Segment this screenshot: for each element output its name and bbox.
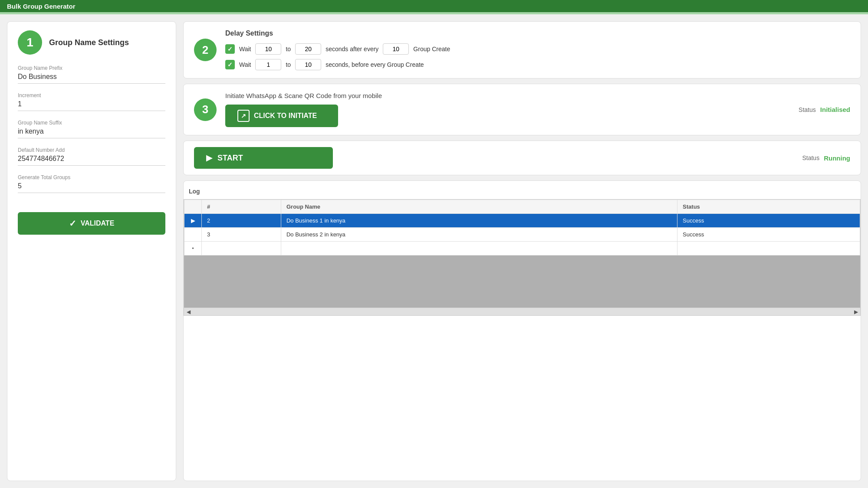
delay-row-1: Wait to seconds after every Group Create [225, 43, 850, 55]
row-arrow [184, 228, 202, 242]
validate-button[interactable]: ✓ VALIDATE [18, 212, 165, 235]
start-card: ▶ START Status Running [183, 141, 861, 175]
delay-to-input-1[interactable] [295, 43, 321, 55]
table-row[interactable]: 3 Do Business 2 in kenya Success [184, 228, 860, 242]
step3-left: 3 Initiate WhatsApp & Scane QR Code from… [194, 92, 382, 127]
step3-card: 3 Initiate WhatsApp & Scane QR Code from… [183, 84, 861, 135]
default-number-label: Default Number Add [18, 147, 165, 153]
step1-header: 1 Group Name Settings [18, 30, 165, 55]
prefix-value: Do Business [18, 73, 165, 84]
delay-checkbox-2[interactable] [225, 60, 235, 69]
suffix-label: Group Name Suffix [18, 120, 165, 126]
row-arrow: ▶ [184, 214, 202, 228]
play-icon: ▶ [206, 153, 212, 163]
to-label-1: to [286, 46, 291, 52]
default-number-value: 254774846672 [18, 155, 165, 166]
step1-panel: 1 Group Name Settings Group Name Prefix … [7, 21, 176, 481]
delay-suffix-2: seconds, before every Group Create [326, 61, 424, 68]
step3-circle: 3 [194, 98, 217, 121]
initiate-icon: ↗ [237, 110, 250, 122]
delay-from-input-1[interactable] [255, 43, 281, 55]
suffix-value: in kenya [18, 128, 165, 138]
row-bullet: • [184, 242, 202, 255]
delay-action-1: Group Create [413, 46, 450, 52]
col-status: Status [677, 200, 860, 214]
col-group-name: Group Name [281, 200, 677, 214]
increment-value: 1 [18, 100, 165, 111]
step3-status-value: Initialised [820, 106, 850, 113]
validate-check-icon: ✓ [69, 218, 76, 229]
prefix-label: Group Name Prefix [18, 65, 165, 71]
step3-content: Initiate WhatsApp & Scane QR Code from y… [225, 92, 382, 127]
row-num: 2 [202, 214, 281, 228]
col-arrow [184, 200, 202, 214]
top-bar: Bulk Group Generator [0, 0, 868, 12]
step2-content: Delay Settings Wait to seconds after eve… [225, 29, 850, 70]
log-table-wrapper[interactable]: # Group Name Status ▶ 2 Do Business 1 in… [184, 199, 861, 316]
table-bottom-gray [184, 255, 860, 308]
row-status: Success [677, 228, 860, 242]
log-table: # Group Name Status ▶ 2 Do Business 1 in… [184, 200, 860, 255]
step2-circle: 2 [194, 39, 217, 61]
scroll-left-arrow[interactable]: ◀ [184, 309, 193, 315]
scroll-track[interactable] [193, 308, 852, 315]
delay-suffix-1: seconds after every [326, 46, 378, 52]
start-button[interactable]: ▶ START [194, 147, 333, 169]
table-row-empty: • [184, 242, 860, 255]
main-layout: 1 Group Name Settings Group Name Prefix … [0, 14, 868, 488]
row-num: 3 [202, 228, 281, 242]
scroll-right-arrow[interactable]: ▶ [852, 309, 860, 315]
wait-label-2: Wait [239, 61, 251, 68]
step1-circle: 1 [18, 30, 42, 55]
delay-from-input-2[interactable] [255, 59, 281, 70]
total-groups-label: Generate Total Groups [18, 174, 165, 180]
log-title: Log [184, 188, 861, 199]
step1-title: Group Name Settings [49, 38, 129, 47]
table-row[interactable]: ▶ 2 Do Business 1 in kenya Success [184, 214, 860, 228]
scroll-bar[interactable]: ◀ ▶ [184, 308, 860, 315]
step3-instruction: Initiate WhatsApp & Scane QR Code from y… [225, 92, 382, 99]
delay-every-input-1[interactable] [383, 43, 409, 55]
delay-settings-title: Delay Settings [225, 29, 850, 37]
start-status-label: Status [802, 154, 819, 161]
step2-layout: 2 Delay Settings Wait to seconds after e… [194, 29, 850, 70]
row-status: Success [677, 214, 860, 228]
total-groups-value: 5 [18, 182, 165, 193]
step2-card: 2 Delay Settings Wait to seconds after e… [183, 21, 861, 79]
suffix-field-group: Group Name Suffix in kenya [18, 120, 165, 138]
step3-layout: 3 Initiate WhatsApp & Scane QR Code from… [194, 92, 850, 127]
step3-right: Status Initialised [799, 106, 850, 113]
wait-label-1: Wait [239, 46, 251, 52]
start-status: Status Running [802, 154, 850, 162]
log-card: Log # Group Name Status ▶ 2 Do Bu [183, 180, 861, 481]
step3-status-label: Status [799, 106, 816, 113]
prefix-field-group: Group Name Prefix Do Business [18, 65, 165, 84]
col-num: # [202, 200, 281, 214]
total-groups-field-group: Generate Total Groups 5 [18, 174, 165, 193]
delay-checkbox-1[interactable] [225, 44, 235, 54]
app-title: Bulk Group Generator [7, 3, 76, 10]
default-number-field-group: Default Number Add 254774846672 [18, 147, 165, 166]
row-group-name: Do Business 1 in kenya [281, 214, 677, 228]
increment-label: Increment [18, 92, 165, 98]
right-panel: 2 Delay Settings Wait to seconds after e… [183, 21, 861, 481]
row-group-name: Do Business 2 in kenya [281, 228, 677, 242]
start-status-value: Running [824, 154, 850, 162]
delay-row-2: Wait to seconds, before every Group Crea… [225, 59, 850, 70]
initiate-button[interactable]: ↗ CLICK TO INITIATE [225, 105, 338, 127]
log-table-header-row: # Group Name Status [184, 200, 860, 214]
delay-to-input-2[interactable] [295, 59, 321, 70]
to-label-2: to [286, 61, 291, 68]
increment-field-group: Increment 1 [18, 92, 165, 111]
